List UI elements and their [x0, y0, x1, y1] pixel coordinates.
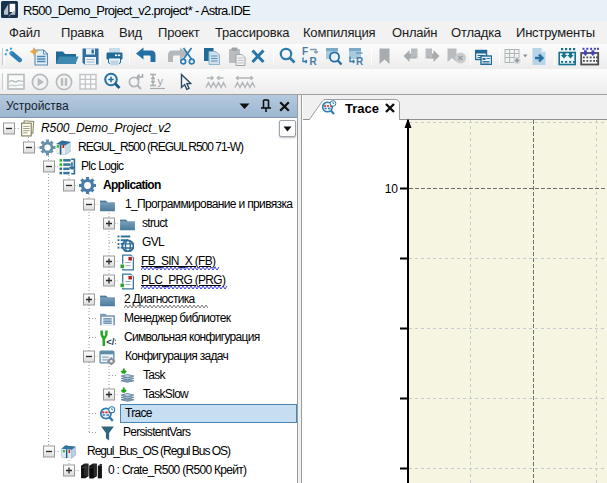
svg-text:</>: </>: [106, 336, 116, 347]
svg-text:R: R: [356, 56, 364, 66]
svg-text:F: F: [302, 47, 308, 57]
svg-text:R: R: [310, 56, 318, 66]
svg-text:10: 10: [385, 182, 399, 196]
svg-text:y: y: [158, 75, 164, 87]
svg-text:Trace: Trace: [345, 101, 379, 116]
